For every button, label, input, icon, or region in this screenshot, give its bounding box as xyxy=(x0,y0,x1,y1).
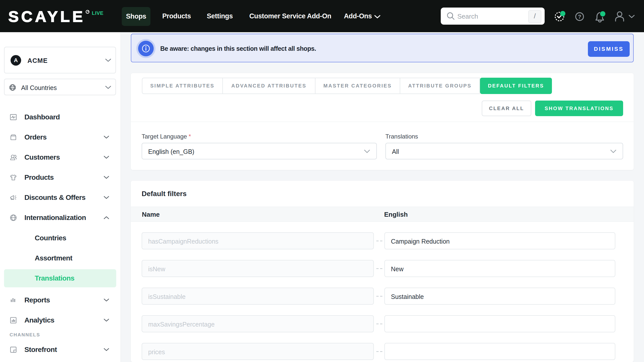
svg-text:?: ? xyxy=(578,14,581,20)
